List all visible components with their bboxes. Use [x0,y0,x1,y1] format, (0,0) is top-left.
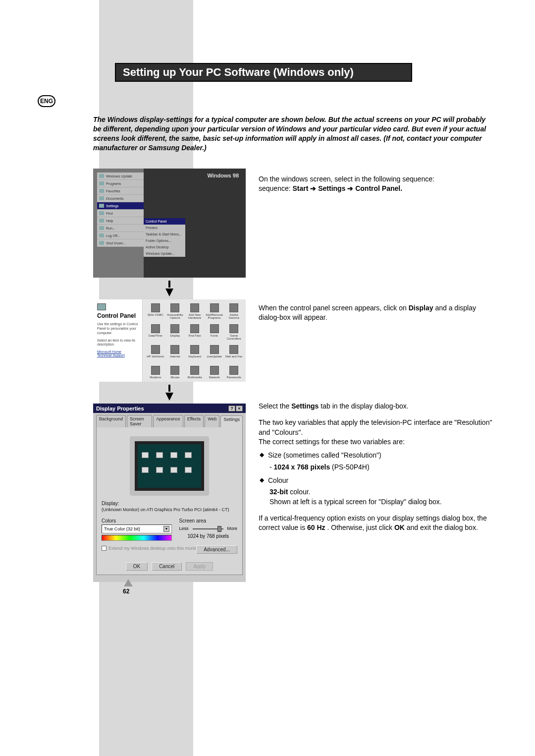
slider-more: More [227,526,237,531]
cp-item-icon [210,303,219,312]
arrow-down-icon [165,393,173,401]
step3-e: The correct settings for these two varia… [259,438,405,446]
tab-appearance: Appearance [153,415,183,427]
cp-item: Passwords [227,376,241,379]
cp-title: Control Panel [97,312,138,319]
colors-select: True Color (32 bit) ▾ [102,524,172,533]
resolution-value: 1024 by 768 pixels [179,533,237,539]
submenu-item: Printers [144,225,185,231]
step3f-c: . Otherwise, just click [327,523,394,531]
extend-label: Extend my Windows desktop onto this moni… [108,546,201,551]
cp-item-icon [229,366,238,375]
resolution-slider: Less More [179,525,237,532]
colors-group: Colors True Color (32 bit) ▾ [102,517,172,541]
bullet-icon: ◆ [260,451,264,460]
arrow-down-icon [165,289,173,296]
shutdown-icon [99,241,104,245]
figure-control-panel: Control Panel Use the settings in Contro… [93,299,246,382]
cp-item: HP JetAdmin [147,355,164,358]
page-title: Setting up Your PC Software (Windows onl… [115,63,412,82]
dialog-body: Display: (Unknown Monitor) on ATI Graphi… [96,427,243,575]
cp-link-mshome: Microsoft Home [97,350,138,353]
start-menu: Windows Update Programs Favorites Docume… [97,173,144,247]
step-3: Select the Settings tab in the display d… [259,402,496,535]
step3-d: The two key variables that apply the tel… [259,418,492,436]
cp-sidebar: Control Panel Use the settings in Contro… [93,299,143,382]
arrow-stem [168,385,170,392]
colors-value: True Color (32 bit) [104,526,140,531]
cp-item: Fonts [211,334,218,337]
figure-start-menu: Windows 98 Windows Update Programs Favor… [93,169,246,278]
intro-paragraph: The Windows display-settings for a typic… [93,115,489,153]
step3f-d: OK [394,523,405,531]
tab-settings: Settings [220,415,243,428]
titlebar-buttons: ?× [228,405,243,411]
step1-seq-prefix: sequence: [259,184,293,192]
slider-less: Less [179,526,188,531]
start-item: Help [106,219,113,223]
monitor-preview [130,436,209,496]
cp-item: Game Controllers [225,334,243,340]
manual-page: Setting up Your PC Software (Windows onl… [0,0,535,756]
logoff-icon [99,233,104,237]
colors-label: Colors [102,518,172,523]
colour-bits: 32-bit [269,488,288,496]
settings-submenu: Control Panel Printers Taskbar & Start M… [144,218,185,257]
cp-item-icon [190,366,199,375]
ok-button: OK [126,562,148,571]
start-item: Favorites [106,189,120,193]
submenu-item: Windows Update... [144,250,185,257]
colour-note: Shown at left is a typical screen for "D… [269,498,442,506]
step3-b: Settings [291,402,319,410]
submenu-item: Control Panel [144,218,185,225]
submenu-item: Folder Options... [144,237,185,244]
tab-effects: Effects [184,415,204,427]
cp-item-icon [229,303,238,312]
step2-b: Display [409,304,433,312]
cp-item: Find Fast [188,334,201,337]
step1-start: Start [293,184,309,192]
cp-item-icon [170,345,179,354]
arrow-stem [168,281,170,288]
cp-item: Keyboard [188,355,201,358]
cp-item: Add New Hardware [186,313,204,319]
favorites-icon [99,189,104,193]
cp-item-icon [210,366,219,375]
start-item: Windows Update [106,174,132,178]
cp-item: Adobe Gamma [225,313,243,319]
arrow-icon: ➔ [347,184,355,192]
display-value: (Unknown Monitor) on ATI Graphics Pro Tu… [102,507,237,512]
settings-icon [99,204,104,208]
display-label: Display: [102,501,237,506]
dialog-title-text: Display Properties [96,406,144,411]
cp-item: LiveUpdate [207,355,221,358]
apply-button: Apply [186,562,213,571]
dialog-tabs: Background Screen Saver Appearance Effec… [93,413,246,427]
submenu-item: Taskbar & Start Menu... [144,231,185,237]
step3-a: Select the [259,402,291,410]
cp-item: Network [209,376,220,379]
cp-item-icon [151,366,160,375]
slider-thumb [217,526,221,532]
cp-item: Mail and Fax [225,355,242,358]
cp-item: Display [170,334,180,337]
start-item: Programs [106,182,121,185]
step-1: On the windows screen, select in the fol… [259,174,496,194]
cp-link-support: Technical Support [97,353,138,357]
cp-item-icon [151,345,160,354]
cp-item: Modems [150,376,161,379]
start-item: Settings [106,204,118,208]
dialog-button-row: OK Cancel Apply [97,562,242,571]
cp-desc2: Select an item to view its description. [97,339,138,348]
cp-item: Mouse [170,376,179,379]
cp-item-icon [210,324,219,333]
cp-icon [97,303,106,310]
tab-screensaver: Screen Saver [127,415,152,427]
screen-area-group: Screen area Less More 1024 by 768 pixels [179,517,237,541]
cp-item: Multimedia [187,376,202,379]
page-pointer-icon [124,579,133,586]
cp-item-icon [151,324,160,333]
run-icon [99,226,104,230]
language-badge: ENG [38,95,55,107]
step1-settings: Settings [318,184,345,192]
